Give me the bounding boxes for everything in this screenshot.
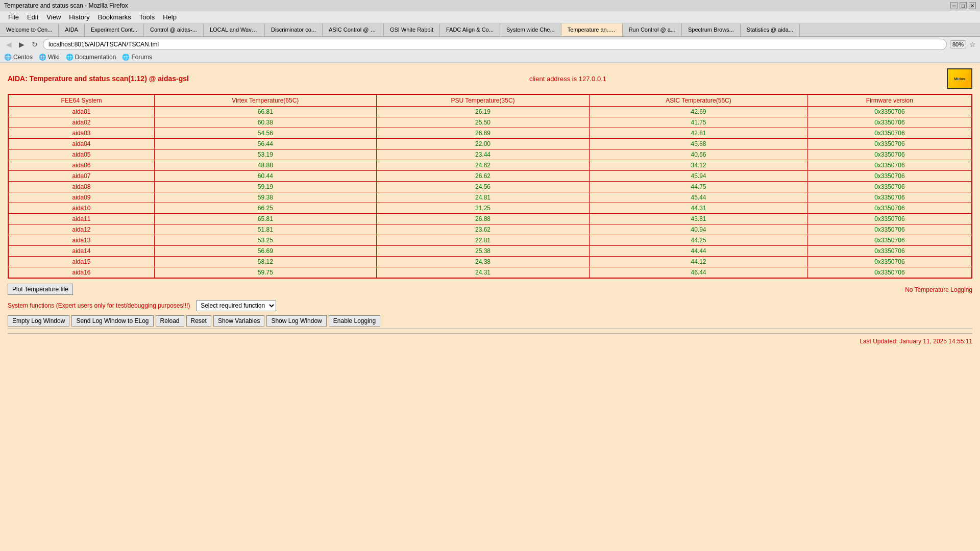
cell-value: 43.81 [590, 214, 807, 224]
cell-value: 44.25 [590, 235, 807, 246]
cell-system-name: aida04 [8, 139, 155, 149]
cell-value: 56.69 [155, 246, 377, 257]
cell-value: 54.56 [155, 128, 377, 139]
cell-value: 46.44 [590, 267, 807, 279]
tabs-bar: Welcome to Cen... AIDA Experiment Cont..… [0, 23, 980, 37]
midas-logo: Midas [947, 68, 972, 89]
cell-value: 0x3350706 [807, 246, 972, 257]
send-log-elog-button[interactable]: Send Log Window to ELog [71, 315, 153, 327]
table-row: aida1456.6925.3844.440x3350706 [8, 246, 972, 257]
tab-13[interactable]: Statistics @ aida... [741, 23, 800, 36]
cell-value: 53.19 [155, 149, 377, 160]
cell-value: 66.81 [155, 107, 377, 117]
cell-value: 42.81 [590, 128, 807, 139]
back-button[interactable]: ◀ [4, 39, 14, 49]
cell-value: 24.38 [376, 257, 590, 267]
enable-logging-button[interactable]: Enable Logging [329, 315, 380, 327]
maximize-button[interactable]: □ [960, 2, 967, 9]
cell-value: 31.25 [376, 203, 590, 214]
cell-system-name: aida09 [8, 192, 155, 203]
tab-1[interactable]: AIDA [59, 23, 85, 36]
cell-value: 26.88 [376, 214, 590, 224]
globe-icon-forums: 🌐 [122, 54, 130, 61]
reset-button[interactable]: Reset [186, 315, 211, 327]
bookmark-centos[interactable]: 🌐 Centos [4, 54, 33, 61]
cell-value: 44.31 [590, 203, 807, 214]
table-row: aida0760.4426.6245.940x3350706 [8, 171, 972, 182]
cell-system-name: aida02 [8, 117, 155, 128]
cell-value: 59.38 [155, 192, 377, 203]
tab-12[interactable]: Spectrum Brows... [682, 23, 741, 36]
table-row: aida1659.7524.3146.440x3350706 [8, 267, 972, 279]
cell-value: 24.56 [376, 182, 590, 192]
cell-value: 59.75 [155, 267, 377, 279]
close-button[interactable]: ✕ [969, 2, 976, 9]
table-row: aida0456.4422.0045.880x3350706 [8, 139, 972, 149]
tab-7[interactable]: GSI White Rabbit [384, 23, 440, 36]
tab-9[interactable]: System wide Che... [500, 23, 561, 36]
cell-value: 23.44 [376, 149, 590, 160]
cell-value: 0x3350706 [807, 107, 972, 117]
tab-8[interactable]: FADC Align & Co... [440, 23, 500, 36]
tab-3[interactable]: Control @ aidas-... [144, 23, 204, 36]
tab-4[interactable]: LOCAL and Wave... [204, 23, 265, 36]
col-header-asic: ASIC Temperature(55C) [590, 94, 807, 107]
tab-0[interactable]: Welcome to Cen... [0, 23, 59, 36]
table-row: aida0859.1924.5644.750x3350706 [8, 182, 972, 192]
bookmark-documentation[interactable]: 🌐 Documentation [66, 54, 116, 61]
cell-value: 0x3350706 [807, 182, 972, 192]
reload-button-action[interactable]: Reload [156, 315, 184, 327]
cell-value: 0x3350706 [807, 160, 972, 171]
address-input[interactable] [43, 39, 947, 50]
address-bar: ◀ ▶ ↻ 80% ☆ [0, 37, 980, 52]
cell-value: 56.44 [155, 139, 377, 149]
table-row: aida1165.8126.8843.810x3350706 [8, 214, 972, 224]
select-function-dropdown[interactable]: Select required function [196, 300, 276, 311]
show-variables-button[interactable]: Show Variables [213, 315, 265, 327]
empty-log-window-button[interactable]: Empty Log Window [8, 315, 69, 327]
cell-value: 53.25 [155, 235, 377, 246]
cell-value: 0x3350706 [807, 235, 972, 246]
table-footer: Plot Temperature file No Temperature Log… [8, 284, 972, 295]
cell-value: 25.38 [376, 246, 590, 257]
menu-view[interactable]: View [42, 12, 65, 22]
menu-file[interactable]: File [4, 12, 23, 22]
cell-value: 22.81 [376, 235, 590, 246]
cell-value: 58.12 [155, 257, 377, 267]
cell-value: 22.00 [376, 139, 590, 149]
bookmark-wiki[interactable]: 🌐 Wiki [39, 54, 60, 61]
system-functions-label: System functions (Expert users only for … [8, 302, 190, 309]
cell-value: 44.12 [590, 257, 807, 267]
show-log-window-button[interactable]: Show Log Window [266, 315, 326, 327]
cell-value: 0x3350706 [807, 192, 972, 203]
table-row: aida1066.2531.2544.310x3350706 [8, 203, 972, 214]
cell-value: 44.75 [590, 182, 807, 192]
menu-history[interactable]: History [65, 12, 93, 22]
cell-value: 23.62 [376, 224, 590, 235]
menu-bookmarks[interactable]: Bookmarks [94, 12, 135, 22]
menu-help[interactable]: Help [159, 12, 181, 22]
cell-system-name: aida16 [8, 267, 155, 279]
menu-tools[interactable]: Tools [135, 12, 159, 22]
tab-6[interactable]: ASIC Control @ a... [323, 23, 384, 36]
minimize-button[interactable]: ─ [950, 2, 958, 9]
cell-value: 40.56 [590, 149, 807, 160]
tab-5[interactable]: Discriminator co... [265, 23, 323, 36]
bookmark-forums[interactable]: 🌐 Forums [122, 54, 152, 61]
reload-button[interactable]: ↻ [30, 39, 40, 49]
cell-value: 65.81 [155, 214, 377, 224]
cell-value: 0x3350706 [807, 214, 972, 224]
menu-edit[interactable]: Edit [23, 12, 42, 22]
bookmark-star-icon[interactable]: ☆ [969, 40, 976, 48]
tab-11[interactable]: Run Control @ a... [623, 23, 682, 36]
zoom-level: 80% [950, 40, 966, 48]
cell-system-name: aida11 [8, 214, 155, 224]
tab-2[interactable]: Experiment Cont... [85, 23, 144, 36]
cell-system-name: aida10 [8, 203, 155, 214]
browser-chrome: Temperature and status scan - Mozilla Fi… [0, 0, 980, 63]
cell-value: 0x3350706 [807, 203, 972, 214]
plot-button-area: Plot Temperature file [8, 284, 73, 295]
plot-temperature-button[interactable]: Plot Temperature file [8, 284, 73, 295]
tab-temperature[interactable]: Temperature an...✕ [561, 23, 623, 36]
forward-button[interactable]: ▶ [17, 39, 27, 49]
